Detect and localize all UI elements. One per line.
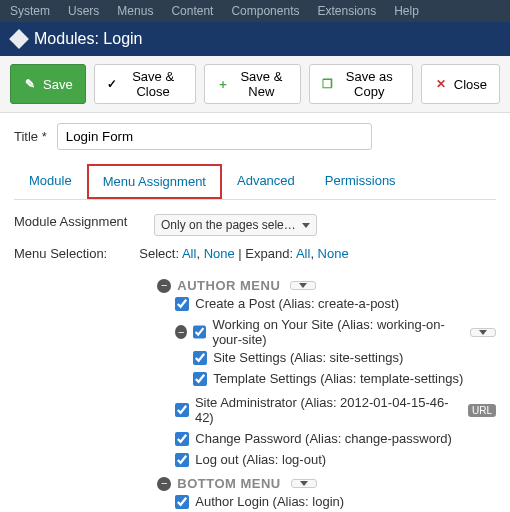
check-icon (107, 77, 118, 91)
menu-item-checkbox[interactable] (193, 325, 206, 339)
module-assignment-row: Module Assignment Only on the pages sele… (14, 214, 496, 236)
close-icon (434, 77, 448, 91)
menu-item-label: Create a Post (Alias: create-a-post) (195, 296, 399, 311)
chevron-down-icon (302, 223, 310, 228)
menu-item-checkbox[interactable] (175, 403, 189, 417)
title-input[interactable] (57, 123, 372, 150)
menu-category: AUTHOR MENU (177, 278, 280, 293)
menu-item-checkbox[interactable] (193, 372, 207, 386)
menu-item-label: Site Settings (Alias: site-settings) (213, 350, 403, 365)
expand-all-link[interactable]: All (296, 246, 310, 261)
save-close-button[interactable]: Save & Close (94, 64, 196, 104)
save-new-button[interactable]: Save & New (204, 64, 301, 104)
page-title-text: Modules: Login (34, 30, 143, 48)
menu-item-label: Change Password (Alias: change-password) (195, 431, 452, 446)
topmenu-item[interactable]: Users (68, 4, 99, 18)
category-dropdown[interactable] (291, 479, 317, 488)
title-label: Title * (14, 129, 47, 144)
collapse-toggle[interactable] (157, 477, 171, 491)
topmenu-item[interactable]: System (10, 4, 50, 18)
save-button[interactable]: Save (10, 64, 86, 104)
menu-category: BOTTOM MENU (177, 476, 280, 491)
menu-item-label: Author Login (Alias: login) (195, 494, 344, 509)
topmenu-item[interactable]: Extensions (317, 4, 376, 18)
select-all-link[interactable]: All (182, 246, 196, 261)
page-title: Modules: Login (12, 30, 143, 48)
menu-item-label: Log out (Alias: log-out) (195, 452, 326, 467)
collapse-toggle[interactable] (175, 325, 187, 339)
content-area: Title * Module Menu Assignment Advanced … (0, 113, 510, 512)
module-assignment-label: Module Assignment (14, 214, 154, 236)
menu-selection-controls: Select: All, None | Expand: All, None AU… (139, 246, 496, 512)
menu-item-checkbox[interactable] (193, 351, 207, 365)
menu-item-label: Template Settings (Alias: template-setti… (213, 371, 463, 386)
item-dropdown[interactable] (470, 328, 496, 337)
pencil-icon (23, 77, 37, 91)
topmenu-item[interactable]: Components (231, 4, 299, 18)
tab-permissions[interactable]: Permissions (310, 164, 411, 199)
tab-advanced[interactable]: Advanced (222, 164, 310, 199)
copy-icon (322, 77, 333, 91)
menu-tree: AUTHOR MENUCreate a Post (Alias: create-… (139, 275, 496, 512)
title-row: Title * (14, 123, 496, 150)
menu-item-label: Site Administrator (Alias: 2012-01-04-15… (195, 395, 460, 425)
module-assignment-select[interactable]: Only on the pages sele… (154, 214, 317, 236)
category-dropdown[interactable] (290, 281, 316, 290)
menu-item-checkbox[interactable] (175, 432, 189, 446)
menu-item-checkbox[interactable] (175, 453, 189, 467)
menu-item-label: Working on Your Site (Alias: working-on-… (212, 317, 460, 347)
menu-item-checkbox[interactable] (175, 297, 189, 311)
menu-selection-row: Menu Selection: Select: All, None | Expa… (14, 246, 496, 512)
collapse-toggle[interactable] (157, 279, 171, 293)
page-header: Modules: Login (0, 22, 510, 56)
save-copy-button[interactable]: Save as Copy (309, 64, 413, 104)
menu-item-checkbox[interactable] (175, 495, 189, 509)
tabs: Module Menu Assignment Advanced Permissi… (14, 164, 496, 200)
plus-icon (217, 77, 229, 91)
admin-top-menu: SystemUsersMenusContentComponentsExtensi… (0, 0, 510, 22)
tab-module[interactable]: Module (14, 164, 87, 199)
module-icon (9, 29, 29, 49)
topmenu-item[interactable]: Menus (117, 4, 153, 18)
type-badge: URL (468, 404, 496, 417)
toolbar: Save Save & Close Save & New Save as Cop… (0, 56, 510, 113)
select-none-link[interactable]: None (204, 246, 235, 261)
tab-menu-assignment[interactable]: Menu Assignment (87, 164, 222, 199)
expand-none-link[interactable]: None (318, 246, 349, 261)
topmenu-item[interactable]: Content (171, 4, 213, 18)
close-button[interactable]: Close (421, 64, 500, 104)
topmenu-item[interactable]: Help (394, 4, 419, 18)
menu-selection-label: Menu Selection: (14, 246, 139, 512)
